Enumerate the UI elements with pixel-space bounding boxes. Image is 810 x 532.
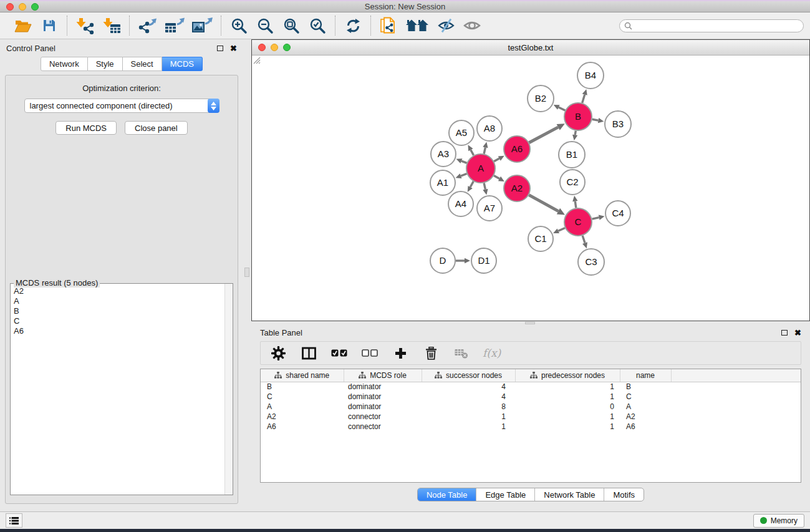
create-column-icon[interactable] xyxy=(391,343,410,363)
unselect-all-columns-icon[interactable] xyxy=(360,343,379,363)
graph-node-A[interactable]: A xyxy=(466,154,495,183)
graph-edge[interactable] xyxy=(484,183,485,189)
table-cell[interactable]: 1 xyxy=(515,382,620,392)
tab-motifs[interactable]: Motifs xyxy=(604,488,644,501)
zoom-fit-icon[interactable] xyxy=(282,16,301,36)
table-cell[interactable]: dominator xyxy=(344,392,422,402)
table-cell[interactable]: C xyxy=(620,392,671,402)
graph-node-B[interactable]: B xyxy=(564,103,592,130)
table-cell[interactable]: 4 xyxy=(422,382,515,392)
close-network-button[interactable] xyxy=(258,44,266,51)
tab-edge-table[interactable]: Edge Table xyxy=(476,488,535,501)
table-row[interactable]: Bdominator41B xyxy=(261,382,801,392)
graph-edge[interactable] xyxy=(484,147,485,153)
table-cell[interactable]: A6 xyxy=(620,422,671,432)
graph-node-A2[interactable]: A2 xyxy=(504,175,530,201)
table-cell[interactable]: A xyxy=(620,402,671,412)
table-cell[interactable]: 1 xyxy=(515,422,620,432)
table-cell[interactable]: 1 xyxy=(515,392,620,402)
zoom-window-button[interactable] xyxy=(31,3,39,11)
graph-node-B2[interactable]: B2 xyxy=(528,85,554,112)
save-session-icon[interactable] xyxy=(40,16,59,36)
graph-edge[interactable] xyxy=(461,173,467,176)
network-canvas[interactable]: B4B2BB3A8A5A6B1A3AA1C2A2A4A7C4CC1C3DD1 xyxy=(252,56,809,321)
zoom-out-icon[interactable] xyxy=(256,16,274,36)
graph-node-C3[interactable]: C3 xyxy=(578,249,604,275)
graph-edge[interactable] xyxy=(592,119,599,120)
zoom-network-button[interactable] xyxy=(283,44,291,51)
show-all-icon[interactable] xyxy=(463,16,481,36)
graph-edge[interactable] xyxy=(461,161,467,163)
graph-edge[interactable] xyxy=(494,176,499,179)
graph-node-A7[interactable]: A7 xyxy=(477,196,502,221)
graph-node-B3[interactable]: B3 xyxy=(605,111,631,137)
mcds-result-item[interactable]: A2 xyxy=(14,286,224,296)
graph-node-A8[interactable]: A8 xyxy=(477,116,502,141)
table-cell[interactable]: B xyxy=(620,382,671,392)
refresh-view-icon[interactable] xyxy=(344,16,362,36)
delete-table-icon[interactable] xyxy=(452,343,471,363)
close-panel-icon[interactable]: ✖ xyxy=(794,329,801,337)
minimize-network-button[interactable] xyxy=(271,44,278,51)
minimize-window-button[interactable] xyxy=(19,3,26,11)
close-window-button[interactable] xyxy=(6,3,14,11)
run-mcds-button[interactable]: Run MCDS xyxy=(55,121,117,135)
export-table-icon[interactable] xyxy=(165,16,185,36)
vertical-splitter[interactable] xyxy=(243,39,251,511)
graph-node-A4[interactable]: A4 xyxy=(448,191,473,216)
table-cell[interactable]: 8 xyxy=(422,402,515,412)
memory-button[interactable]: Memory xyxy=(753,514,804,528)
graph-node-C[interactable]: C xyxy=(564,208,592,236)
graph-node-A3[interactable]: A3 xyxy=(431,142,456,167)
graph-node-A5[interactable]: A5 xyxy=(449,120,474,145)
graph-edge[interactable] xyxy=(470,181,473,187)
mcds-result-item[interactable]: A xyxy=(14,296,224,306)
tab-mcds[interactable]: MCDS xyxy=(162,57,203,71)
table-row[interactable]: A6connector11A6 xyxy=(261,422,801,432)
table-cell[interactable]: 1 xyxy=(422,422,515,432)
result-scrollbar[interactable] xyxy=(224,284,233,495)
search-input[interactable] xyxy=(635,21,799,30)
hide-selected-icon[interactable] xyxy=(436,16,455,36)
graph-node-C4[interactable]: C4 xyxy=(605,201,630,226)
export-network-icon[interactable] xyxy=(138,16,157,36)
show-column-icon[interactable] xyxy=(299,343,318,363)
task-history-button[interactable] xyxy=(6,513,22,528)
tab-select[interactable]: Select xyxy=(123,57,162,71)
table-row[interactable]: Adominator80A xyxy=(261,402,801,412)
table-cell[interactable]: 0 xyxy=(515,402,620,412)
graph-edge[interactable] xyxy=(575,201,576,208)
close-panel-button[interactable]: Close panel xyxy=(125,121,188,135)
table-cell[interactable]: A xyxy=(261,402,344,412)
column-header-shared-name[interactable]: shared name xyxy=(261,369,344,382)
zoom-selected-icon[interactable] xyxy=(308,16,327,36)
graph-node-C2[interactable]: C2 xyxy=(560,170,585,195)
mcds-result-item[interactable]: A6 xyxy=(14,326,224,336)
function-builder-icon[interactable]: f(x) xyxy=(483,347,501,359)
table-cell[interactable]: 1 xyxy=(515,412,620,422)
select-all-columns-icon[interactable] xyxy=(330,343,349,363)
graph-node-C1[interactable]: C1 xyxy=(528,226,553,251)
tab-style[interactable]: Style xyxy=(88,57,123,71)
table-row[interactable]: Cdominator41C xyxy=(261,392,801,402)
graph-edge[interactable] xyxy=(582,95,585,103)
float-panel-icon[interactable] xyxy=(781,330,788,336)
float-panel-icon[interactable] xyxy=(217,46,223,51)
horizontal-splitter[interactable] xyxy=(251,321,810,325)
table-row[interactable]: A2connector11A2 xyxy=(261,412,801,422)
graph-edge[interactable] xyxy=(529,127,558,143)
tab-network[interactable]: Network xyxy=(41,57,88,71)
graph-edge[interactable] xyxy=(494,158,499,162)
splitter-handle[interactable] xyxy=(244,268,249,277)
optimization-criterion-dropdown[interactable]: largest connected component (directed) xyxy=(24,99,219,113)
close-panel-icon[interactable]: ✖ xyxy=(230,44,237,52)
graph-node-D[interactable]: D xyxy=(430,248,455,273)
graph-node-B1[interactable]: B1 xyxy=(559,142,585,168)
export-image-icon[interactable] xyxy=(192,16,213,36)
graph-edge[interactable] xyxy=(558,228,565,231)
import-network-icon[interactable] xyxy=(75,16,95,36)
new-network-from-selection-icon[interactable] xyxy=(379,16,398,36)
table-cell[interactable]: A2 xyxy=(261,412,344,422)
graph-node-A1[interactable]: A1 xyxy=(430,170,455,195)
graph-node-A6[interactable]: A6 xyxy=(504,136,530,162)
